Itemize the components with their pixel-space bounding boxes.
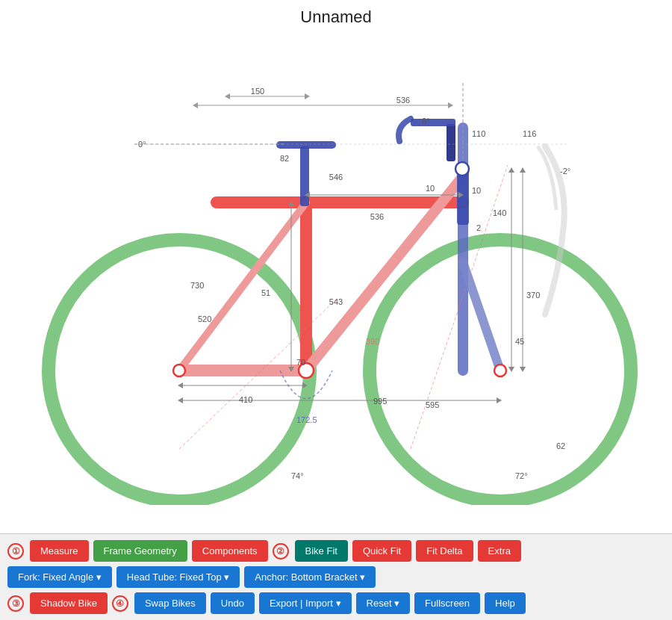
head-tube-dropdown[interactable]: Head Tube: Fixed Top ▾: [116, 566, 240, 588]
badge-2: ②: [273, 543, 289, 559]
svg-text:410: 410: [239, 395, 252, 404]
svg-text:543: 543: [329, 297, 343, 306]
svg-text:730: 730: [190, 281, 204, 290]
frame-geometry-button[interactable]: Frame Geometry: [93, 540, 187, 562]
svg-text:51: 51: [261, 288, 270, 297]
fork-dropdown[interactable]: Fork: Fixed Angle ▾: [7, 566, 112, 588]
svg-text:0°: 0°: [138, 140, 146, 149]
reset-dropdown[interactable]: Reset ▾: [356, 592, 411, 614]
svg-text:10: 10: [426, 184, 435, 193]
svg-text:62: 62: [556, 441, 565, 450]
fit-delta-button[interactable]: Fit Delta: [416, 540, 473, 562]
svg-text:390: 390: [366, 337, 379, 346]
toolbar-row-3: ③ Shadow Bike ④ Swap Bikes Undo Export |…: [7, 592, 665, 614]
svg-text:140: 140: [493, 208, 506, 217]
svg-text:70: 70: [296, 358, 305, 367]
page-title: Unnamed: [0, 0, 672, 31]
toolbar: ① Measure Frame Geometry Components ② Bi…: [0, 533, 672, 620]
anchor-dropdown[interactable]: Anchor: Bottom Bracket ▾: [244, 566, 376, 588]
bike-fit-button[interactable]: Bike Fit: [295, 540, 348, 562]
svg-text:370: 370: [526, 291, 540, 300]
measure-button[interactable]: Measure: [30, 540, 89, 562]
badge-3: ③: [7, 595, 24, 612]
fullscreen-button[interactable]: Fullscreen: [414, 592, 480, 614]
svg-text:116: 116: [523, 129, 536, 138]
svg-text:150: 150: [251, 87, 264, 96]
svg-rect-11: [447, 124, 455, 161]
svg-text:595: 595: [426, 400, 439, 409]
toolbar-row-1: ① Measure Frame Geometry Components ② Bi…: [7, 540, 665, 562]
shadow-bike-button[interactable]: Shadow Bike: [30, 592, 108, 614]
svg-text:536: 536: [396, 96, 410, 105]
quick-fit-button[interactable]: Quick Fit: [352, 540, 411, 562]
svg-point-26: [455, 162, 469, 176]
export-import-dropdown[interactable]: Export | Import ▾: [259, 592, 352, 614]
svg-text:72°: 72°: [515, 471, 528, 480]
help-button[interactable]: Help: [485, 592, 526, 614]
svg-text:520: 520: [198, 314, 211, 323]
extra-button[interactable]: Extra: [478, 540, 521, 562]
svg-text:536: 536: [370, 212, 384, 221]
svg-point-25: [494, 365, 506, 376]
swap-bikes-button[interactable]: Swap Bikes: [134, 592, 206, 614]
undo-button[interactable]: Undo: [211, 592, 255, 614]
svg-text:82: 82: [280, 154, 289, 163]
svg-text:74°: 74°: [291, 471, 304, 480]
svg-text:6°: 6°: [422, 117, 430, 125]
svg-rect-12: [411, 119, 455, 126]
svg-point-24: [173, 365, 185, 376]
svg-text:10: 10: [472, 186, 481, 195]
bike-diagram: 150 536 0° 82 546 6° 110 116 -2° 10 10 1…: [0, 31, 672, 505]
badge-1: ①: [7, 543, 24, 559]
svg-text:110: 110: [472, 129, 485, 138]
svg-text:2: 2: [476, 223, 481, 232]
svg-text:45: 45: [515, 337, 524, 346]
svg-rect-14: [276, 141, 336, 149]
components-button[interactable]: Components: [192, 540, 268, 562]
svg-text:546: 546: [329, 173, 343, 182]
svg-rect-13: [300, 146, 309, 206]
badge-4: ④: [112, 595, 128, 612]
svg-text:995: 995: [373, 397, 387, 406]
svg-text:172.5: 172.5: [296, 415, 317, 424]
toolbar-row-2: Fork: Fixed Angle ▾ Head Tube: Fixed Top…: [7, 566, 665, 588]
